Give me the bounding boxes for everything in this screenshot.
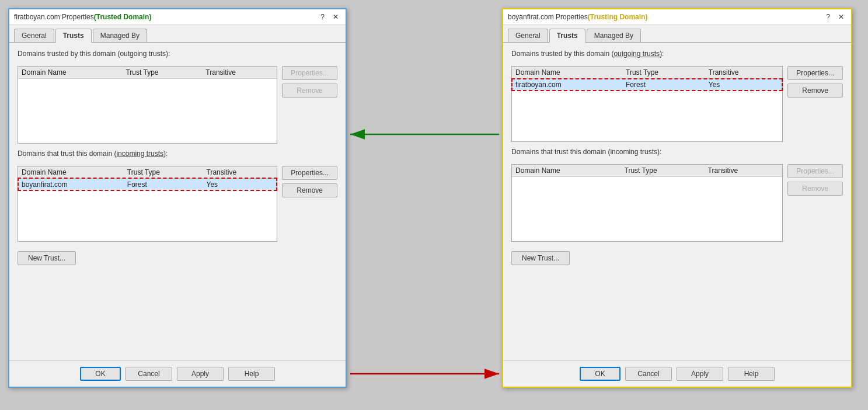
left-in-col-trans: Transitive xyxy=(203,166,277,179)
right-close-button[interactable]: ✕ xyxy=(836,13,846,21)
right-help-button[interactable]: ? xyxy=(824,13,832,21)
left-outgoing-section: Domain Name Trust Type Transitive Proper… xyxy=(18,66,337,144)
left-out-col-type: Trust Type xyxy=(122,67,202,79)
left-tab-managed-by[interactable]: Managed By xyxy=(93,29,147,42)
left-tab-general[interactable]: General xyxy=(14,29,54,42)
right-incoming-properties-button[interactable]: Properties... xyxy=(787,164,843,178)
right-tabs: General Trusts Managed By xyxy=(503,25,851,43)
right-in-col-domain: Domain Name xyxy=(512,165,621,177)
left-incoming-row-0[interactable]: boyanfirat.com Forest Yes xyxy=(18,178,277,190)
left-close-button[interactable]: ✕ xyxy=(330,13,341,21)
left-incoming-cell-type: Forest xyxy=(124,178,203,190)
left-incoming-cell-trans: Yes xyxy=(203,178,277,190)
right-incoming-buttons: Properties... Remove xyxy=(787,164,843,242)
left-new-trust-button[interactable]: New Trust... xyxy=(18,251,76,265)
left-dialog: firatboyan.com Properties(Trusted Domain… xyxy=(8,8,347,388)
right-dialog: boyanfirat.com Properties(Trusting Domai… xyxy=(502,8,852,388)
left-help-button[interactable]: ? xyxy=(318,13,327,21)
left-new-trust-row: New Trust... xyxy=(18,251,337,265)
left-in-col-type: Trust Type xyxy=(124,166,203,179)
left-outgoing-table: Domain Name Trust Type Transitive xyxy=(18,67,277,143)
right-incoming-remove-button[interactable]: Remove xyxy=(787,182,843,196)
left-outgoing-label: Domains trusted by this domain (outgoing… xyxy=(18,50,337,58)
right-outgoing-remove-button[interactable]: Remove xyxy=(787,84,843,98)
left-apply-button[interactable]: Apply xyxy=(177,367,224,381)
right-outgoing-cell-type: Forest xyxy=(622,79,705,91)
right-outgoing-cell-domain: firatboyan.com xyxy=(512,79,622,91)
right-tab-trusts[interactable]: Trusts xyxy=(549,29,585,43)
right-incoming-section: Domain Name Trust Type Transitive Proper… xyxy=(511,164,843,242)
left-help-footer-button[interactable]: Help xyxy=(228,367,275,381)
left-incoming-cell-domain: boyanfirat.com xyxy=(18,178,124,190)
left-out-col-trans: Transitive xyxy=(202,67,277,79)
left-incoming-properties-button[interactable]: Properties... xyxy=(282,166,337,180)
right-dialog-footer: OK Cancel Apply Help xyxy=(503,360,851,387)
right-apply-button[interactable]: Apply xyxy=(677,367,723,381)
right-in-col-trans: Transitive xyxy=(705,165,783,177)
left-dialog-content: Domains trusted by this domain (outgoing… xyxy=(9,43,346,360)
left-outgoing-table-container: Domain Name Trust Type Transitive xyxy=(18,66,277,144)
left-cancel-button[interactable]: Cancel xyxy=(126,367,172,381)
left-tabs: General Trusts Managed By xyxy=(9,25,346,43)
left-incoming-buttons: Properties... Remove xyxy=(282,166,337,242)
left-outgoing-remove-button[interactable]: Remove xyxy=(282,84,337,98)
left-outgoing-properties-button[interactable]: Properties... xyxy=(282,66,337,80)
right-help-footer-button[interactable]: Help xyxy=(728,367,775,381)
right-outgoing-properties-button[interactable]: Properties... xyxy=(787,66,843,80)
right-outgoing-buttons: Properties... Remove xyxy=(787,66,843,142)
left-incoming-table-container: Domain Name Trust Type Transitive boyanf… xyxy=(18,166,277,242)
right-outgoing-row-0[interactable]: firatboyan.com Forest Yes xyxy=(512,79,782,91)
right-out-col-type: Trust Type xyxy=(622,67,705,79)
left-title-controls: ? ✕ xyxy=(318,13,341,21)
left-dialog-title: firatboyan.com Properties(Trusted Domain… xyxy=(14,13,151,21)
left-incoming-remove-button[interactable]: Remove xyxy=(282,183,337,197)
right-outgoing-table: Domain Name Trust Type Transitive firatb… xyxy=(512,67,782,137)
right-dialog-title: boyanfirat.com Properties(Trusting Domai… xyxy=(508,13,647,21)
right-title-controls: ? ✕ xyxy=(824,13,846,21)
right-out-col-trans: Transitive xyxy=(705,67,783,79)
right-outgoing-label: Domains trusted by this domain (outgoing… xyxy=(511,50,843,58)
right-tab-managed-by[interactable]: Managed By xyxy=(587,29,641,42)
right-in-col-type: Trust Type xyxy=(621,165,705,177)
right-outgoing-table-container: Domain Name Trust Type Transitive firatb… xyxy=(511,66,783,142)
right-incoming-table: Domain Name Trust Type Transitive xyxy=(512,165,782,241)
right-ok-button[interactable]: OK xyxy=(580,367,621,381)
right-incoming-table-container: Domain Name Trust Type Transitive xyxy=(511,164,783,242)
right-new-trust-row: New Trust... xyxy=(511,251,843,265)
left-incoming-table: Domain Name Trust Type Transitive boyanf… xyxy=(18,166,277,237)
left-incoming-label: Domains that trust this domain (incoming… xyxy=(18,150,337,158)
right-out-col-domain: Domain Name xyxy=(512,67,622,79)
right-new-trust-button[interactable]: New Trust... xyxy=(511,251,570,265)
left-tab-trusts[interactable]: Trusts xyxy=(55,29,92,43)
left-dialog-footer: OK Cancel Apply Help xyxy=(9,360,346,387)
right-outgoing-section: Domain Name Trust Type Transitive firatb… xyxy=(511,66,843,142)
left-dialog-titlebar: firatboyan.com Properties(Trusted Domain… xyxy=(9,9,346,25)
left-incoming-section: Domain Name Trust Type Transitive boyanf… xyxy=(18,166,337,242)
left-ok-button[interactable]: OK xyxy=(80,367,121,381)
right-incoming-label: Domains that trust this domain (incoming… xyxy=(511,148,843,156)
right-cancel-button[interactable]: Cancel xyxy=(625,367,672,381)
left-in-col-domain: Domain Name xyxy=(18,166,124,179)
right-dialog-content: Domains trusted by this domain (outgoing… xyxy=(503,43,851,360)
right-outgoing-cell-trans: Yes xyxy=(705,79,783,91)
right-dialog-titlebar: boyanfirat.com Properties(Trusting Domai… xyxy=(503,9,851,25)
right-tab-general[interactable]: General xyxy=(508,29,548,42)
left-outgoing-buttons: Properties... Remove xyxy=(282,66,337,144)
left-out-col-domain: Domain Name xyxy=(18,67,122,79)
